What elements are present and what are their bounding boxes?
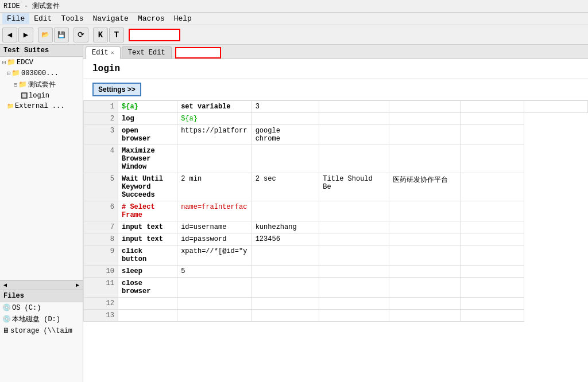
arg-cell[interactable]: 5 bbox=[177, 266, 252, 278]
tree-item-edcv[interactable]: ⊟ 📁 EDCV bbox=[0, 57, 83, 68]
table-row[interactable]: 8input textid=password123456 bbox=[84, 233, 588, 245]
arg-cell[interactable]: kunhezhang bbox=[252, 221, 319, 233]
keyword-cell[interactable]: ${a} bbox=[118, 101, 177, 113]
arg-cell[interactable] bbox=[177, 145, 252, 173]
arg-cell[interactable]: id=username bbox=[177, 221, 252, 233]
tree-item-login[interactable]: 🔲 login bbox=[0, 91, 83, 101]
arg-cell[interactable] bbox=[461, 221, 524, 233]
settings-button[interactable]: Settings >> bbox=[92, 83, 141, 96]
arg-cell[interactable]: Title Should Be bbox=[319, 173, 389, 201]
keyword-cell[interactable]: close browser bbox=[118, 278, 177, 298]
forward-button[interactable]: ▶ bbox=[18, 28, 33, 42]
arg-cell[interactable]: 医药研发协作平台 bbox=[389, 173, 460, 201]
arg-cell[interactable]: xpath=//*[@id="y bbox=[177, 245, 252, 266]
arg-cell[interactable] bbox=[389, 101, 460, 113]
arg-cell[interactable] bbox=[252, 310, 319, 322]
table-row[interactable]: 10sleep5 bbox=[84, 266, 588, 278]
arg-cell[interactable] bbox=[461, 266, 524, 278]
keyword-cell[interactable]: click button bbox=[118, 245, 177, 266]
arg-cell[interactable] bbox=[524, 101, 588, 113]
arg-cell[interactable] bbox=[252, 266, 319, 278]
arg-cell[interactable]: 2 min bbox=[177, 173, 252, 201]
table-row[interactable]: 6# Select Framename=fraInterfac bbox=[84, 201, 588, 221]
arg-cell[interactable] bbox=[461, 145, 524, 173]
keyword-cell[interactable]: Wait Until Keyword Succeeds bbox=[118, 173, 177, 201]
menu-file[interactable]: File bbox=[2, 13, 29, 24]
table-row[interactable]: 3open browserhttps://platforrgoogle chro… bbox=[84, 125, 588, 145]
tab-search-input[interactable] bbox=[175, 47, 221, 59]
tree-item-external[interactable]: 📁 External ... bbox=[0, 101, 83, 111]
arg-cell[interactable] bbox=[461, 173, 524, 201]
arg-cell[interactable] bbox=[319, 298, 389, 310]
arg-cell[interactable] bbox=[319, 266, 389, 278]
keyword-cell[interactable]: input text bbox=[118, 233, 177, 245]
table-row[interactable]: 12 bbox=[84, 298, 588, 310]
arg-cell[interactable] bbox=[252, 201, 319, 221]
arg-cell[interactable] bbox=[319, 278, 389, 298]
run-k-button[interactable]: K bbox=[93, 28, 108, 42]
panel-resize-handle[interactable]: ◀ ▶ bbox=[0, 280, 83, 290]
arg-cell[interactable] bbox=[461, 310, 524, 322]
reload-button[interactable]: ⟳ bbox=[74, 28, 88, 42]
arg-cell[interactable] bbox=[389, 201, 460, 221]
arg-cell[interactable] bbox=[389, 266, 460, 278]
arg-cell[interactable]: 123456 bbox=[252, 233, 319, 245]
arg-cell[interactable]: 3 bbox=[252, 101, 319, 113]
tab-edit-close[interactable]: ✕ bbox=[111, 49, 114, 56]
arg-cell[interactable] bbox=[319, 310, 389, 322]
keyword-cell[interactable]: Maximize Browser Window bbox=[118, 145, 177, 173]
open-button[interactable]: 📂 bbox=[38, 28, 53, 42]
menu-macros[interactable]: Macros bbox=[133, 13, 169, 24]
arg-cell[interactable] bbox=[389, 298, 460, 310]
keyword-cell[interactable]: open browser bbox=[118, 125, 177, 145]
arg-cell[interactable] bbox=[461, 113, 524, 125]
table-row[interactable]: 11close browser bbox=[84, 278, 588, 298]
back-button[interactable]: ◀ bbox=[2, 28, 17, 42]
arg-cell[interactable] bbox=[177, 298, 252, 310]
tree-item-003000[interactable]: ⊟ 📁 003000... bbox=[0, 68, 83, 79]
keyword-cell[interactable]: input text bbox=[118, 221, 177, 233]
arg-cell[interactable] bbox=[389, 113, 460, 125]
arg-cell[interactable] bbox=[319, 145, 389, 173]
arg-cell[interactable]: 2 sec bbox=[252, 173, 319, 201]
arg-cell[interactable] bbox=[319, 221, 389, 233]
arg-cell[interactable]: ${a} bbox=[177, 113, 252, 125]
arg-cell[interactable]: https://platforr bbox=[177, 125, 252, 145]
arg-cell[interactable] bbox=[389, 125, 460, 145]
tab-text-edit[interactable]: Text Edit bbox=[122, 46, 172, 59]
arg-cell[interactable] bbox=[177, 278, 252, 298]
arg-cell[interactable] bbox=[461, 201, 524, 221]
keyword-cell[interactable] bbox=[118, 298, 177, 310]
arg-cell[interactable] bbox=[252, 278, 319, 298]
arg-cell[interactable] bbox=[389, 278, 460, 298]
arg-cell[interactable] bbox=[319, 101, 389, 113]
arg-cell[interactable] bbox=[252, 245, 319, 266]
keyword-cell[interactable] bbox=[118, 310, 177, 322]
table-row[interactable]: 1${a}set variable3 bbox=[84, 101, 588, 113]
arg-cell[interactable] bbox=[319, 245, 389, 266]
menu-tools[interactable]: Tools bbox=[56, 13, 88, 24]
menu-navigate[interactable]: Navigate bbox=[88, 13, 133, 24]
arg-cell[interactable] bbox=[319, 113, 389, 125]
tab-edit[interactable]: Edit ✕ bbox=[86, 46, 121, 59]
table-row[interactable]: 13 bbox=[84, 310, 588, 322]
table-row[interactable]: 7input textid=usernamekunhezhang bbox=[84, 221, 588, 233]
table-row[interactable]: 4Maximize Browser Window bbox=[84, 145, 588, 173]
arg-cell[interactable]: set variable bbox=[177, 101, 252, 113]
arg-cell[interactable] bbox=[389, 145, 460, 173]
table-row[interactable]: 2log${a} bbox=[84, 113, 588, 125]
arg-cell[interactable] bbox=[252, 298, 319, 310]
arg-cell[interactable] bbox=[461, 298, 524, 310]
arg-cell[interactable] bbox=[319, 125, 389, 145]
arg-cell[interactable] bbox=[389, 233, 460, 245]
tree-item-suite[interactable]: ⊟ 📁 测试套件 bbox=[0, 79, 83, 91]
menu-help[interactable]: Help bbox=[169, 13, 196, 24]
keyword-cell[interactable]: log bbox=[118, 113, 177, 125]
arg-cell[interactable] bbox=[319, 201, 389, 221]
arg-cell[interactable] bbox=[461, 233, 524, 245]
arg-cell[interactable] bbox=[461, 125, 524, 145]
table-row[interactable]: 5Wait Until Keyword Succeeds2 min2 secTi… bbox=[84, 173, 588, 201]
file-local-d[interactable]: 💿 本地磁盘 (D:) bbox=[0, 313, 83, 325]
arg-cell[interactable] bbox=[461, 245, 524, 266]
arg-cell[interactable] bbox=[389, 245, 460, 266]
